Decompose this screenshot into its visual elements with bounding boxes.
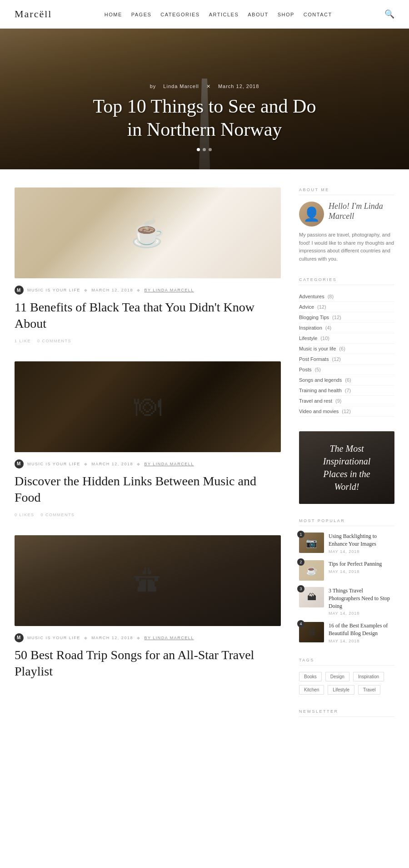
tag-books[interactable]: Books bbox=[299, 672, 322, 681]
hero-banner: by Linda Marcell ✕ March 12, 2018 Top 10… bbox=[0, 29, 409, 169]
about-content: Hello! I'm LindaMarcell bbox=[299, 202, 394, 227]
popular-thumb-wrapper-3: 🏔 3 bbox=[299, 587, 324, 607]
popular-item-4: 🖥 4 16 of the Best Examples of Beautiful… bbox=[299, 622, 394, 643]
hero-dot-3[interactable] bbox=[209, 148, 212, 151]
popular-date-2: MAY 14, 2018 bbox=[329, 569, 382, 574]
nav-links: HOME PAGES CATEGORIES ARTICLES ABOUT SHO… bbox=[105, 10, 332, 18]
hero-byline: by Linda Marcell ✕ March 12, 2018 bbox=[93, 84, 316, 89]
article-meta-2: M MUSIC IS YOUR LIFE ◆ MARCH 12, 2018 ◆ … bbox=[15, 459, 281, 469]
nav-contact[interactable]: CONTACT bbox=[304, 12, 332, 17]
category-adventures[interactable]: Adventures (8) bbox=[299, 291, 394, 302]
category-travel[interactable]: Travel and rest (9) bbox=[299, 396, 394, 406]
main-container: M MUSIC IS YOUR LIFE ◆ MARCH 12, 2018 ◆ … bbox=[0, 169, 409, 741]
about-section-title: ABOUT ME bbox=[299, 187, 394, 195]
article-category-3[interactable]: MUSIC IS YOUR LIFE bbox=[27, 636, 80, 640]
article-likes-2[interactable]: 0 LIKES bbox=[15, 513, 35, 517]
promo-banner[interactable]: The MostInspirationalPlaces in theWorld! bbox=[299, 431, 394, 504]
article-card-1: M MUSIC IS YOUR LIFE ◆ MARCH 12, 2018 ◆ … bbox=[15, 187, 281, 343]
sidebar-tags: TAGS Books Design Inspiration Kitchen Li… bbox=[299, 658, 394, 695]
categories-section-title: CATEGORIES bbox=[299, 277, 394, 285]
popular-thumb-wrapper-4: 🖥 4 bbox=[299, 622, 324, 642]
category-posts[interactable]: Posts (5) bbox=[299, 365, 394, 375]
about-handwriting: Hello! I'm LindaMarcell bbox=[329, 202, 383, 221]
sidebar-categories: CATEGORIES Adventures (8) Advice (12) Bl… bbox=[299, 277, 394, 417]
article-author-3[interactable]: by Linda Marcell bbox=[144, 636, 194, 640]
category-lifestyle[interactable]: Lifestyle (10) bbox=[299, 333, 394, 344]
category-post-formats[interactable]: Post Formats (12) bbox=[299, 354, 394, 365]
tag-lifestyle[interactable]: Lifestyle bbox=[328, 685, 354, 695]
tag-kitchen[interactable]: Kitchen bbox=[299, 685, 324, 695]
category-inspiration[interactable]: Inspiration (4) bbox=[299, 323, 394, 333]
article-footer-2: 0 LIKES 0 COMMENTS bbox=[15, 513, 281, 517]
tag-inspiration[interactable]: Inspiration bbox=[353, 672, 384, 681]
popular-item-3: 🏔 3 3 Things Travel Photographers Need t… bbox=[299, 587, 394, 616]
article-comments-1[interactable]: 0 COMMENTS bbox=[37, 339, 71, 343]
tags-section-title: TAGS bbox=[299, 658, 394, 666]
author-avatar-1: M bbox=[15, 286, 24, 295]
article-title-2[interactable]: Discover the Hidden Links Between Music … bbox=[15, 473, 281, 506]
popular-section-title: MOST POPULAR bbox=[299, 518, 394, 526]
hero-dots bbox=[93, 148, 316, 151]
article-card-3: M MUSIC IS YOUR LIFE ◆ MARCH 12, 2018 ◆ … bbox=[15, 535, 281, 680]
category-blogging[interactable]: Blogging Tips (12) bbox=[299, 312, 394, 323]
popular-title-4[interactable]: 16 of the Best Examples of Beautiful Blo… bbox=[329, 622, 394, 637]
category-advice[interactable]: Advice (12) bbox=[299, 302, 394, 312]
article-category-1[interactable]: MUSIC IS YOUR LIFE bbox=[27, 288, 80, 292]
article-date-1: MARCH 12, 2018 bbox=[91, 288, 133, 292]
promo-text: The MostInspirationalPlaces in theWorld! bbox=[316, 435, 378, 500]
newsletter-section-title: NEWSLETTER bbox=[299, 709, 394, 717]
nav-articles[interactable]: ARTICLES bbox=[209, 12, 239, 17]
tag-travel[interactable]: Travel bbox=[358, 685, 380, 695]
nav-about[interactable]: ABOUT bbox=[248, 12, 268, 17]
navbar: Marcëll HOME PAGES CATEGORIES ARTICLES A… bbox=[0, 0, 409, 29]
content-area: M MUSIC IS YOUR LIFE ◆ MARCH 12, 2018 ◆ … bbox=[15, 187, 281, 723]
hero-dot-1[interactable] bbox=[197, 148, 200, 151]
hero-title: Top 10 Things to See and Do in Northern … bbox=[93, 95, 316, 141]
article-footer-1: 1 LIKE 0 COMMENTS bbox=[15, 339, 281, 343]
article-category-2[interactable]: MUSIC IS YOUR LIFE bbox=[27, 462, 80, 466]
about-avatar bbox=[299, 202, 324, 227]
popular-title-2[interactable]: Tips for Perfect Panning bbox=[329, 560, 382, 568]
article-likes-1[interactable]: 1 LIKE bbox=[15, 339, 31, 343]
category-list: Adventures (8) Advice (12) Blogging Tips… bbox=[299, 291, 394, 417]
author-avatar-2: M bbox=[15, 459, 24, 469]
article-image-road[interactable] bbox=[15, 535, 281, 626]
article-title-3[interactable]: 50 Best Road Trip Songs for an All-Star … bbox=[15, 647, 281, 680]
article-image-food[interactable] bbox=[15, 361, 281, 452]
article-comments-2[interactable]: 0 COMMENTS bbox=[41, 513, 75, 517]
article-author-1[interactable]: by Linda Marcell bbox=[144, 288, 194, 292]
hero-dot-2[interactable] bbox=[203, 148, 206, 151]
popular-info-1: Using Backlighting to Enhance Your Image… bbox=[329, 533, 394, 554]
search-icon[interactable]: 🔍 bbox=[384, 9, 394, 19]
category-video[interactable]: Video and movies (12) bbox=[299, 406, 394, 417]
category-songs[interactable]: Songs and legends (6) bbox=[299, 375, 394, 385]
article-title-1[interactable]: 11 Benefits of Black Tea that You Didn't… bbox=[15, 299, 281, 332]
nav-home[interactable]: HOME bbox=[105, 12, 122, 17]
site-logo[interactable]: Marcëll bbox=[15, 8, 52, 20]
nav-categories[interactable]: CATEGORIES bbox=[160, 12, 200, 17]
article-author-2[interactable]: by Linda Marcell bbox=[144, 462, 194, 466]
tag-design[interactable]: Design bbox=[325, 672, 349, 681]
hero-author: Linda Marcell bbox=[163, 84, 199, 89]
article-image-tea[interactable] bbox=[15, 187, 281, 278]
tags-container: Books Design Inspiration Kitchen Lifesty… bbox=[299, 672, 394, 695]
popular-item-2: ☕ 2 Tips for Perfect Panning MAY 14, 201… bbox=[299, 560, 394, 581]
about-bio: My passions are travel, photography, and… bbox=[299, 231, 394, 263]
hero-title-line1: Top 10 Things to See and Do bbox=[93, 96, 316, 117]
sidebar-newsletter: NEWSLETTER bbox=[299, 709, 394, 717]
popular-date-3: MAY 14, 2018 bbox=[329, 611, 394, 616]
popular-list: 📷 1 Using Backlighting to Enhance Your I… bbox=[299, 533, 394, 643]
category-music[interactable]: Music is your life (6) bbox=[299, 344, 394, 354]
popular-date-1: MAY 14, 2018 bbox=[329, 549, 394, 554]
article-meta-3: M MUSIC IS YOUR LIFE ◆ MARCH 12, 2018 ◆ … bbox=[15, 633, 281, 642]
sidebar-popular: MOST POPULAR 📷 1 Using Backlighting to E… bbox=[299, 518, 394, 643]
nav-shop[interactable]: SHOP bbox=[278, 12, 294, 17]
hero-byline-prefix: by bbox=[150, 84, 156, 89]
nav-pages[interactable]: PAGES bbox=[131, 12, 152, 17]
category-training[interactable]: Training and health (7) bbox=[299, 385, 394, 396]
popular-title-3[interactable]: 3 Things Travel Photographers Need to St… bbox=[329, 587, 394, 610]
popular-item-1: 📷 1 Using Backlighting to Enhance Your I… bbox=[299, 533, 394, 554]
article-date-2: MARCH 12, 2018 bbox=[91, 462, 133, 466]
popular-title-1[interactable]: Using Backlighting to Enhance Your Image… bbox=[329, 533, 394, 548]
popular-info-4: 16 of the Best Examples of Beautiful Blo… bbox=[329, 622, 394, 643]
